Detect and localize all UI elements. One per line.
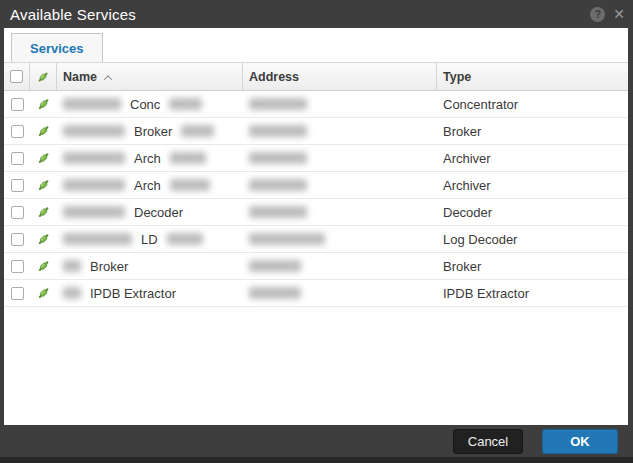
- table-row[interactable]: ArchArchiver: [4, 145, 628, 172]
- table-row[interactable]: DecoderDecoder: [4, 199, 628, 226]
- row-checkbox[interactable]: [11, 179, 24, 192]
- row-icon-cell: [30, 91, 57, 117]
- sort-ascending-icon: [104, 75, 112, 83]
- redacted-text: [63, 125, 125, 137]
- tab-services[interactable]: Services: [11, 33, 103, 62]
- service-name-cell: Decoder: [57, 199, 243, 225]
- row-icon-cell: [30, 253, 57, 279]
- redacted-text: [170, 179, 210, 191]
- redacted-text: [249, 206, 307, 218]
- table-row[interactable]: BrokerBroker: [4, 118, 628, 145]
- row-check-cell: [4, 145, 30, 171]
- cell-text: LD: [141, 232, 158, 247]
- service-type-cell: Log Decoder: [437, 226, 628, 252]
- row-icon-cell: [30, 172, 57, 198]
- row-checkbox[interactable]: [11, 233, 24, 246]
- row-checkbox[interactable]: [11, 152, 24, 165]
- redacted-text: [249, 179, 307, 191]
- row-check-cell: [4, 91, 30, 117]
- redacted-text: [249, 98, 307, 110]
- redacted-text: [63, 233, 132, 245]
- service-type-cell: Archiver: [437, 145, 628, 171]
- redacted-text: [249, 152, 307, 164]
- dialog-body: Services: [4, 28, 628, 425]
- service-name-cell: Broker: [57, 253, 243, 279]
- table-row[interactable]: BrokerBroker: [4, 253, 628, 280]
- ok-button[interactable]: OK: [542, 429, 618, 454]
- service-plug-icon: [36, 69, 50, 85]
- column-header-address[interactable]: Address: [243, 63, 437, 90]
- service-type-cell: Broker: [437, 253, 628, 279]
- service-address-cell: [243, 91, 437, 117]
- table-row[interactable]: IPDB ExtractorIPDB Extractor: [4, 280, 628, 307]
- row-checkbox[interactable]: [11, 260, 24, 273]
- table-row[interactable]: LDLog Decoder: [4, 226, 628, 253]
- column-header-type[interactable]: Type: [437, 63, 628, 90]
- cell-text: Arch: [134, 151, 161, 166]
- service-plug-icon: [36, 150, 51, 166]
- redacted-text: [63, 287, 81, 299]
- service-type-cell: Archiver: [437, 172, 628, 198]
- service-address-cell: [243, 145, 437, 171]
- row-icon-cell: [30, 199, 57, 225]
- service-plug-icon: [36, 258, 51, 274]
- service-name-cell: Broker: [57, 118, 243, 144]
- service-type-cell: Broker: [437, 118, 628, 144]
- redacted-text: [63, 206, 125, 218]
- row-icon-cell: [30, 118, 57, 144]
- select-all-checkbox[interactable]: [10, 70, 23, 83]
- service-name-cell: Arch: [57, 172, 243, 198]
- service-address-cell: [243, 199, 437, 225]
- service-type-cell: Decoder: [437, 199, 628, 225]
- service-type-cell: Concentrator: [437, 91, 628, 117]
- service-name-cell: Conc: [57, 91, 243, 117]
- column-header-address-label: Address: [249, 70, 299, 84]
- help-icon[interactable]: ?: [590, 7, 605, 22]
- services-grid: Name Address Type: [4, 62, 628, 307]
- service-address-cell: [243, 280, 437, 306]
- redacted-text: [63, 179, 125, 191]
- row-check-cell: [4, 280, 30, 306]
- redacted-text: [170, 152, 206, 164]
- cell-text: Broker: [134, 124, 172, 139]
- row-check-cell: [4, 226, 30, 252]
- service-plug-icon: [36, 231, 51, 247]
- table-row[interactable]: ArchArchiver: [4, 172, 628, 199]
- redacted-text: [167, 233, 203, 245]
- close-icon[interactable]: ✕: [613, 7, 625, 21]
- service-plug-icon: [36, 285, 51, 301]
- service-name-cell: Arch: [57, 145, 243, 171]
- column-header-type-label: Type: [443, 70, 471, 84]
- row-checkbox[interactable]: [11, 206, 24, 219]
- available-services-dialog: Available Services ? ✕ Services: [0, 0, 633, 463]
- column-header-name[interactable]: Name: [57, 63, 243, 90]
- redacted-text: [169, 98, 202, 110]
- cancel-button[interactable]: Cancel: [453, 429, 523, 454]
- row-checkbox[interactable]: [11, 125, 24, 138]
- column-header-name-label: Name: [63, 70, 97, 84]
- service-name-cell: IPDB Extractor: [57, 280, 243, 306]
- row-check-cell: [4, 172, 30, 198]
- service-plug-icon: [36, 204, 51, 220]
- service-address-cell: [243, 226, 437, 252]
- dialog-title: Available Services: [10, 6, 590, 23]
- row-checkbox[interactable]: [11, 98, 24, 111]
- grid-rows: ConcConcentrator BrokerBroker: [4, 91, 628, 307]
- header-icon-cell: [30, 63, 57, 90]
- service-type-cell: IPDB Extractor: [437, 280, 628, 306]
- grid-header: Name Address Type: [4, 63, 628, 91]
- redacted-text: [63, 98, 121, 110]
- dialog-titlebar: Available Services ? ✕: [0, 0, 633, 28]
- cell-text: Broker: [90, 259, 128, 274]
- redacted-text: [249, 233, 325, 245]
- service-plug-icon: [36, 96, 51, 112]
- tab-services-label: Services: [30, 41, 84, 56]
- table-row[interactable]: ConcConcentrator: [4, 91, 628, 118]
- row-checkbox[interactable]: [11, 287, 24, 300]
- service-address-cell: [243, 253, 437, 279]
- dialog-footer: Cancel OK: [0, 425, 633, 457]
- row-icon-cell: [30, 226, 57, 252]
- cell-text: IPDB Extractor: [90, 286, 176, 301]
- redacted-text: [181, 125, 214, 137]
- service-address-cell: [243, 172, 437, 198]
